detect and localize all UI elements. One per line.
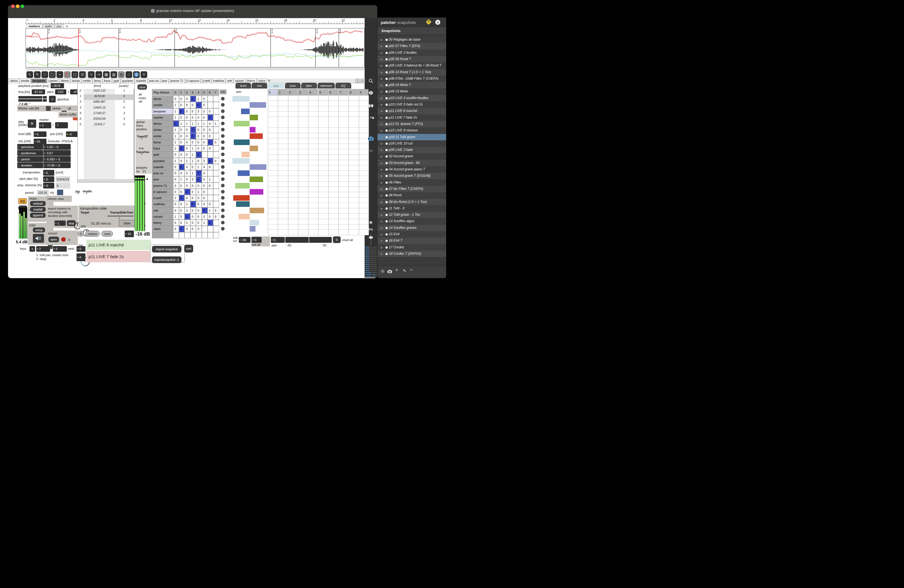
matrix-cell[interactable]: 0 [190, 201, 196, 207]
keys-numberbox-1[interactable]: ▶2 [36, 246, 50, 252]
sidebar-item[interactable]: ▶p09 24 Mixte T [378, 82, 446, 88]
zoom-slider-track[interactable] [370, 233, 371, 245]
zoom-window-button[interactable] [21, 5, 24, 8]
voice-tab-amelie[interactable]: amelie [19, 79, 31, 83]
voice-tab-fanny[interactable]: fanny [92, 79, 103, 83]
play-triangle-icon[interactable]: ▶ [381, 175, 383, 177]
matrix-cell[interactable]: 0 [196, 102, 202, 108]
matrix-cell[interactable]: 0 [190, 164, 196, 170]
matrix-cell[interactable]: 3 [202, 158, 208, 164]
mixer-tab-pan[interactable]: pan [268, 83, 284, 89]
matrix-row-name-jl-capozzo[interactable]: jl capozzo [152, 189, 173, 195]
matrix-cell[interactable]: 0 [213, 158, 219, 164]
matrix-cell[interactable] [208, 189, 213, 195]
matrix-cell[interactable]: 1 [179, 120, 185, 126]
matrix-cell[interactable]: 0 [202, 207, 208, 213]
next-snapshot-numberbox[interactable]: ▶0 [77, 253, 85, 261]
matrix-cell[interactable]: 9 [208, 158, 213, 164]
mix-numberbox[interactable]: ▶16. [34, 139, 46, 144]
matrix-cell[interactable]: 1 [173, 158, 179, 164]
mixer-tab-jitter[interactable]: jitter [301, 83, 317, 89]
matrix-cell[interactable]: 1 [185, 201, 190, 207]
marker-table-row[interactable]: 13678.080 [77, 94, 134, 100]
attr-values-positionvar[interactable]: ▶0.67 [43, 150, 71, 156]
play-triangle-icon[interactable]: ▶ [381, 246, 383, 249]
matrix-cell[interactable]: 0 [196, 183, 202, 189]
matrix-cell[interactable]: 3 [179, 213, 185, 220]
play-triangle-icon[interactable]: ▶ [381, 103, 383, 106]
matrix-cell[interactable]: 1 [173, 102, 179, 108]
pan-bar-matthias[interactable] [236, 201, 250, 207]
matrix-row-name-jean[interactable]: jean [152, 176, 173, 182]
matrix-row-name-sylvain[interactable]: sylvain [152, 213, 173, 220]
grid-col-header-2[interactable]: 2 [288, 89, 298, 95]
play-triangle-icon[interactable]: ▶ [381, 239, 383, 242]
matrix-cell[interactable]: 0 [196, 139, 202, 145]
matrix-cell[interactable] [208, 102, 213, 108]
matrix-cell[interactable]: 4 [208, 120, 213, 126]
pitch-jitter-numberbox[interactable]: ▶0. [43, 176, 54, 182]
sidebar-item[interactable]: ▶p15 LIVE 8 oiseaux [378, 127, 446, 134]
matrix-cell[interactable] [213, 126, 219, 133]
matrix-cell[interactable] [202, 152, 208, 158]
matrix-row-name-diemo[interactable]: diemo [152, 120, 173, 126]
matrix-cell[interactable]: 0 [179, 139, 185, 145]
matrix-cell[interactable]: 0 [185, 220, 190, 226]
edit-cur-numberbox[interactable]: ▶-50. [239, 237, 250, 243]
matrix-cell[interactable]: 0 [196, 152, 202, 158]
matrix-cell[interactable]: 3 [196, 170, 202, 176]
tab-list-button[interactable]: ≡ [360, 79, 365, 83]
matrix-row-name-fanny[interactable]: fanny [152, 139, 173, 145]
wave-tab-add[interactable]: ⊕ [64, 24, 70, 28]
matrix-cell[interactable]: 3 [179, 152, 185, 158]
matrix-cell[interactable]: 0 [202, 139, 208, 145]
voice-tab-cyprien[interactable]: cyprien [47, 79, 59, 83]
matrix-cell[interactable]: 0 [185, 145, 190, 152]
sidebar-item[interactable]: ▶p12 01 Jeanne T (FF#) [378, 121, 446, 127]
solo-toggle-diemo[interactable] [221, 122, 224, 125]
pan-edit-numberbox[interactable]: ▶0. [271, 237, 285, 243]
attr-name-periodvar[interactable]: ▲▼periodvar [17, 144, 43, 150]
marker-table-row[interactable]: 01526.1321 [77, 89, 134, 94]
pitchfork-slider-top[interactable] [18, 96, 47, 98]
pan-bar-dorian[interactable] [250, 127, 256, 133]
marker-add-bang[interactable] [46, 106, 51, 111]
play-triangle-icon[interactable]: ▶ [381, 58, 383, 61]
marker-table-row[interactable]: 417140.573 [77, 111, 134, 117]
polyline-icon[interactable]: ∿ [88, 71, 95, 78]
matrix-cell[interactable]: 0 [196, 114, 202, 120]
solo-toggle-alexis[interactable] [221, 97, 224, 101]
pan-bar-isabelle[interactable] [250, 164, 266, 170]
play-triangle-icon[interactable]: ▶ [381, 64, 383, 67]
play-triangle-icon[interactable]: ▶ [381, 213, 383, 217]
play-triangle-icon[interactable]: ▶ [381, 220, 383, 223]
matrix-cell[interactable] [213, 183, 219, 189]
voice-tab-gael[interactable]: gael [112, 79, 120, 83]
matrix-cell[interactable]: 3 [196, 226, 202, 232]
matrix-cell[interactable]: 0 [185, 139, 190, 145]
snapshot-restore-button[interactable]: restore [85, 231, 100, 237]
camera-icon[interactable] [387, 269, 392, 274]
sidebar-item[interactable]: ▶p05 LIVE 3 fadeout 8s + 09 Rond T [378, 62, 446, 69]
solo-toggle-isabelle[interactable] [221, 165, 224, 169]
pan-bar-jeanne-71[interactable] [235, 183, 250, 188]
matrix-cell[interactable]: 1 [196, 189, 202, 195]
matrix-cell[interactable]: 0 [173, 201, 179, 207]
matrix-cell[interactable]: 0 [190, 226, 196, 232]
matrix-cell[interactable]: 0 [202, 176, 208, 182]
matrix-cell[interactable]: 0 [179, 96, 185, 102]
pitchfork-slider-pointer[interactable]: ▲ [28, 101, 31, 104]
matrix-cell[interactable] [208, 195, 213, 201]
wave-tab-audio[interactable]: audio [43, 24, 54, 28]
matrix-cell[interactable]: 0 [190, 213, 196, 220]
sidebar-item[interactable]: ▶14 Souffles graves [378, 224, 446, 231]
play-triangle-icon[interactable]: ▶ [381, 77, 383, 80]
sidebar-item[interactable]: ▶p08 07bis -10dB Filles T (C#EFA) [378, 76, 446, 82]
sidebar-item[interactable]: ▶p04 LIVE 2 feuilles [378, 49, 446, 56]
mixer-grid[interactable] [268, 95, 369, 235]
pan-bar-benjamin[interactable] [241, 109, 250, 114]
waveform-scrollbar[interactable] [25, 68, 364, 70]
matrix-cell[interactable]: 0 [208, 201, 213, 207]
matrix-cell[interactable]: 0 [173, 120, 179, 126]
attr-name-period[interactable]: ▲▼period [17, 156, 43, 162]
